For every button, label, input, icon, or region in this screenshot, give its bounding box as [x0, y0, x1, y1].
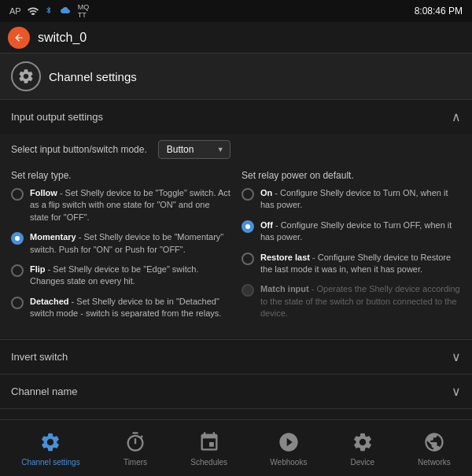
nav-webhooks-label: Webhooks	[270, 458, 307, 467]
channel-name-chevron: ∨	[452, 384, 461, 399]
detached-radio[interactable]	[11, 297, 24, 309]
select-mode-label: Select input button/switch mode.	[11, 144, 147, 155]
ap-indicator: AP	[9, 6, 21, 16]
power-match-option[interactable]: Match input - Operates the Shelly device…	[242, 283, 461, 319]
nav-device-label: Device	[350, 458, 374, 467]
power-restore-option[interactable]: Restore last - Configure Shelly device t…	[242, 252, 461, 276]
power-restore-radio[interactable]	[242, 253, 254, 265]
relay-type-column: Set relay type. Follow - Set Shelly devi…	[11, 170, 230, 328]
invert-switch-label: Invert switch	[11, 351, 68, 363]
nav-device-icon	[350, 430, 375, 455]
nav-channel-settings[interactable]: Channel settings	[12, 425, 90, 471]
input-output-section: Input output settings ∧ Select input but…	[0, 100, 472, 340]
channel-settings-icon	[11, 61, 41, 91]
nav-webhooks-icon	[276, 430, 301, 455]
power-match-radio[interactable]	[242, 284, 254, 297]
input-output-chevron: ∧	[452, 109, 461, 124]
nav-timers-label: Timers	[124, 458, 147, 467]
relay-type-detached[interactable]: Detached - Set Shelly device to be in "D…	[11, 296, 230, 320]
consumption-type-header[interactable]: Consumption type ∨	[0, 409, 472, 419]
momentary-radio[interactable]	[11, 232, 24, 245]
nav-channel-settings-icon	[38, 430, 63, 455]
back-button[interactable]	[8, 27, 30, 49]
nav-timers[interactable]: Timers	[113, 425, 157, 471]
select-mode-row: Select input button/switch mode. Button …	[11, 140, 461, 159]
power-on-radio[interactable]	[242, 188, 254, 201]
flip-radio[interactable]	[11, 264, 24, 277]
channel-settings-header: Channel settings	[0, 54, 472, 100]
channel-settings-title: Channel settings	[49, 70, 137, 83]
nav-schedules-label: Schedules	[190, 458, 227, 467]
consumption-type-section: Consumption type ∨	[0, 409, 472, 419]
nav-device[interactable]: Device	[341, 425, 385, 471]
bluetooth-icon	[45, 5, 53, 17]
power-off-option[interactable]: Off - Configure Shelly device to Turn OF…	[242, 220, 461, 244]
cloud-icon	[59, 6, 72, 17]
status-bar: AP MQTT 8:08:46 PM	[0, 0, 472, 22]
select-wrapper: Button Switch Detached	[158, 140, 230, 159]
nav-networks[interactable]: Networks	[408, 425, 460, 471]
bottom-nav: Channel settings Timers Schedules Webhoo…	[0, 419, 472, 476]
input-output-label: Input output settings	[11, 111, 103, 123]
mqtt-indicator: MQTT	[78, 3, 90, 19]
invert-switch-chevron: ∨	[452, 349, 461, 364]
relay-type-momentary[interactable]: Momentary - Set Shelly device to be "Mom…	[11, 231, 230, 256]
time-display: 8:08:46 PM	[415, 6, 463, 17]
page-title: switch_0	[38, 31, 87, 45]
input-output-content: Select input button/switch mode. Button …	[0, 134, 472, 339]
channel-name-header[interactable]: Channel name ∨	[0, 375, 472, 408]
invert-switch-header[interactable]: Invert switch ∨	[0, 340, 472, 374]
nav-webhooks[interactable]: Webhooks	[260, 425, 316, 471]
relay-power-title: Set relay power on default.	[242, 170, 461, 181]
nav-schedules[interactable]: Schedules	[181, 425, 237, 471]
nav-networks-icon	[422, 430, 447, 455]
relay-power-column: Set relay power on default. On - Configu…	[242, 170, 461, 328]
power-off-radio[interactable]	[242, 220, 254, 233]
status-bar-left: AP MQTT	[9, 3, 89, 19]
input-output-section-header[interactable]: Input output settings ∧	[0, 100, 472, 134]
channel-name-label: Channel name	[11, 386, 78, 397]
nav-channel-settings-label: Channel settings	[21, 458, 80, 467]
relay-type-follow[interactable]: Follow - Set Shelly device to be "Toggle…	[11, 187, 230, 223]
channel-name-section: Channel name ∨	[0, 375, 472, 409]
wifi-icon	[28, 6, 39, 17]
header: switch_0	[0, 22, 472, 54]
power-on-option[interactable]: On - Configure Shelly device to Turn ON,…	[242, 187, 461, 212]
follow-radio[interactable]	[11, 188, 24, 201]
input-mode-select[interactable]: Button Switch Detached	[158, 140, 230, 159]
relay-type-title: Set relay type.	[11, 170, 230, 181]
invert-switch-section: Invert switch ∨	[0, 340, 472, 375]
nav-schedules-icon	[197, 430, 222, 455]
nav-networks-label: Networks	[418, 458, 451, 467]
relay-type-flip[interactable]: Flip - Set Shelly device to be "Edge" sw…	[11, 264, 230, 288]
main-content: Channel settings Input output settings ∧…	[0, 54, 472, 419]
nav-timers-icon	[123, 430, 148, 455]
relay-options-columns: Set relay type. Follow - Set Shelly devi…	[11, 170, 461, 328]
